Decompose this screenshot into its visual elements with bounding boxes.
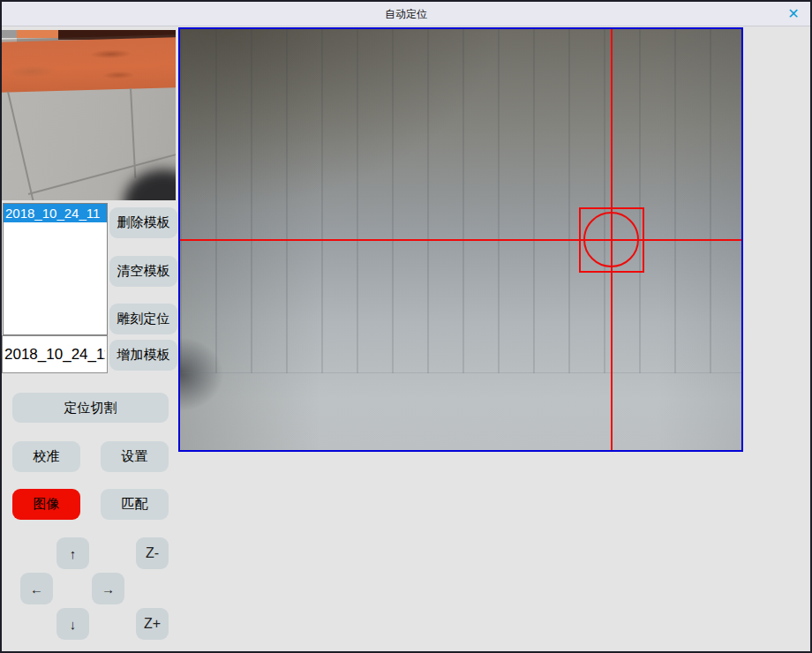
calibrate-button[interactable]: 校准 bbox=[12, 441, 80, 472]
thumbnail-dark-object bbox=[124, 169, 176, 200]
image-button[interactable]: 图像 bbox=[12, 489, 80, 520]
add-template-button[interactable]: 增加模板 bbox=[109, 340, 177, 371]
template-list[interactable]: 2018_10_24_11 bbox=[3, 203, 108, 335]
template-thumbnail bbox=[2, 30, 176, 200]
thumbnail-detail bbox=[17, 30, 58, 38]
jog-right-button[interactable]: → bbox=[92, 573, 124, 604]
z-plus-button[interactable]: Z+ bbox=[136, 608, 169, 640]
ceiling-panel-lines bbox=[180, 29, 741, 373]
auto-position-window: 自动定位 ✕ 2018_10_24_11 删除模板 清空模板 雕刻定位 增加模板… bbox=[0, 0, 812, 653]
thumbnail-orange-beam bbox=[2, 37, 176, 93]
jog-up-button[interactable]: ↑ bbox=[56, 537, 89, 569]
settings-button[interactable]: 设置 bbox=[101, 441, 169, 472]
thumbnail-grout-line bbox=[7, 92, 34, 200]
list-item[interactable]: 2018_10_24_11 bbox=[4, 204, 107, 222]
roi-circle bbox=[583, 212, 639, 267]
camera-image bbox=[180, 29, 741, 450]
thumbnail-detail bbox=[2, 30, 17, 38]
position-cut-button[interactable]: 定位切割 bbox=[12, 393, 169, 423]
template-name-input[interactable] bbox=[2, 335, 108, 373]
clear-templates-button[interactable]: 清空模板 bbox=[109, 256, 177, 287]
window-title: 自动定位 bbox=[2, 2, 810, 26]
z-minus-button[interactable]: Z- bbox=[136, 537, 169, 569]
jog-left-button[interactable]: ← bbox=[20, 573, 53, 604]
engrave-position-button[interactable]: 雕刻定位 bbox=[109, 304, 177, 334]
match-button[interactable]: 匹配 bbox=[101, 489, 169, 520]
crosshair-horizontal-line bbox=[180, 239, 741, 241]
delete-template-button[interactable]: 删除模板 bbox=[109, 207, 177, 238]
camera-view[interactable] bbox=[178, 27, 743, 452]
close-icon[interactable]: ✕ bbox=[783, 4, 804, 24]
title-bar: 自动定位 ✕ bbox=[2, 2, 810, 26]
jog-down-button[interactable]: ↓ bbox=[56, 608, 89, 640]
